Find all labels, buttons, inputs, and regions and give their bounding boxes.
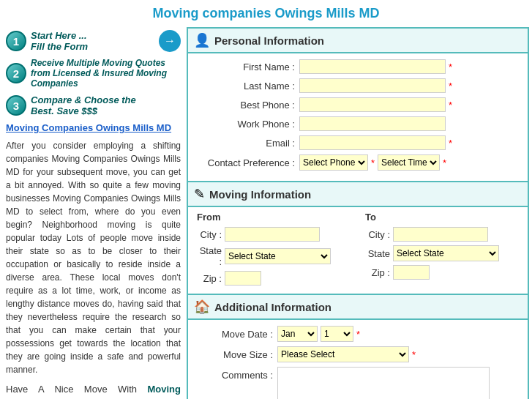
page-title: Moving companies Owings Mills MD	[0, 0, 532, 26]
to-column: To City : State Select State ALAKAZAR CA…	[365, 212, 519, 289]
from-zip-row: Zip :	[197, 271, 351, 286]
from-city-input[interactable]	[225, 227, 320, 242]
additional-form-body: Move Date : JanFebMarApr MayJunJulAug Se…	[188, 320, 528, 399]
personal-form-body: First Name : * Last Name : * Best Phone …	[188, 53, 528, 181]
contact-pref-row: Contact Preference : Select Phone Home P…	[197, 154, 519, 171]
additional-info-section: 🏠 Additional Information Move Date : Jan…	[188, 294, 528, 399]
contact-pref-selects: Select Phone Home Phone Work Phone Cell …	[299, 154, 446, 171]
sidebar-main-link[interactable]: Moving Companies Owings Mills MD	[6, 122, 181, 133]
select-time-dropdown[interactable]: Select Time Morning Afternoon Evening	[378, 154, 440, 171]
additional-icon: 🏠	[194, 299, 210, 315]
step-3-item: 3 Compare & Choose the Best. Save $$$	[6, 94, 181, 116]
contact-pref-label: Contact Preference :	[197, 157, 299, 168]
last-name-row: Last Name : *	[197, 78, 519, 93]
move-size-dropdown[interactable]: Please Select Studio 1 Bedroom 2 Bedroom…	[277, 346, 409, 362]
best-phone-required: *	[449, 100, 452, 111]
to-title: To	[365, 212, 519, 223]
to-city-row: City :	[365, 227, 519, 242]
additional-title: Additional Information	[214, 301, 331, 313]
to-state-dropdown[interactable]: Select State ALAKAZAR CACOCTDE FLGAHIID …	[393, 245, 499, 261]
last-name-input[interactable]	[299, 78, 446, 93]
step-1-text: Start Here ... Fill the Form	[26, 30, 159, 52]
time-required: *	[443, 157, 446, 168]
to-zip-row: Zip :	[365, 265, 519, 280]
phone-required: *	[371, 157, 375, 168]
move-size-label: Move Size :	[197, 349, 277, 360]
personal-icon: 👤	[194, 32, 210, 48]
personal-title: Personal Information	[214, 34, 324, 47]
moving-title: Moving Information	[209, 188, 311, 201]
work-phone-input[interactable]	[299, 116, 446, 131]
move-date-label: Move Date :	[197, 329, 277, 340]
move-size-required: *	[412, 349, 416, 360]
step-1-number: 1	[6, 31, 26, 51]
move-day-dropdown[interactable]: 12345 678910 1112131415 1617181920 21222…	[321, 326, 353, 342]
step-2-item: 2 Receive Multiple Moving Quotes from Li…	[6, 58, 181, 89]
moving-info-section: ✎ Moving Information From City : State :…	[188, 181, 528, 294]
additional-info-header: 🏠 Additional Information	[188, 295, 528, 320]
email-required: *	[449, 138, 452, 149]
from-column: From City : State : Select State ALAKAZA…	[197, 212, 351, 289]
sidebar: 1 Start Here ... Fill the Form → 2 Recei…	[0, 26, 187, 399]
from-city-row: City :	[197, 227, 351, 242]
step-3-number: 3	[6, 95, 26, 116]
step-1-arrow: →	[159, 30, 181, 52]
moving-info-header: ✎ Moving Information	[188, 182, 528, 207]
email-label: Email :	[197, 138, 299, 149]
comments-label: Comments :	[197, 367, 277, 381]
step-1-item: 1 Start Here ... Fill the Form →	[6, 30, 181, 52]
step-2-text: Receive Multiple Moving Quotes from Lice…	[26, 58, 181, 89]
email-input[interactable]	[299, 135, 446, 150]
first-name-required: *	[449, 61, 452, 72]
work-phone-row: Work Phone :	[197, 116, 519, 131]
best-phone-input[interactable]	[299, 97, 446, 112]
step-2-number: 2	[6, 63, 26, 83]
best-phone-label: Best Phone :	[197, 100, 299, 111]
to-city-label: City :	[365, 229, 393, 240]
last-name-required: *	[449, 81, 452, 92]
to-state-row: State Select State ALAKAZAR CACOCTDE FLG…	[365, 245, 519, 261]
comments-row: Comments :	[197, 367, 519, 399]
sidebar-body-2: Have A Nice Move With Moving Companies O…	[6, 382, 181, 399]
form-panel: 👤 Personal Information First Name : * La…	[187, 27, 529, 399]
to-state-label: State	[365, 248, 393, 259]
comments-textarea[interactable]	[277, 367, 490, 399]
moving-columns: From City : State : Select State ALAKAZA…	[188, 207, 528, 294]
email-row: Email : *	[197, 135, 519, 150]
first-name-row: First Name : *	[197, 59, 519, 74]
from-city-label: City :	[197, 229, 225, 240]
to-zip-label: Zip :	[365, 267, 393, 278]
moving-icon: ✎	[194, 186, 205, 202]
from-state-dropdown[interactable]: Select State ALAKAZAR CACOCTDE FLGAHIID …	[225, 248, 331, 264]
move-month-dropdown[interactable]: JanFebMarApr MayJunJulAug SepOctNovDec	[277, 326, 318, 342]
move-size-row: Move Size : Please Select Studio 1 Bedro…	[197, 346, 519, 362]
from-title: From	[197, 212, 351, 223]
from-zip-input[interactable]	[225, 271, 261, 286]
select-phone-dropdown[interactable]: Select Phone Home Phone Work Phone Cell …	[299, 154, 368, 171]
personal-info-header: 👤 Personal Information	[188, 29, 528, 53]
first-name-label: First Name :	[197, 61, 299, 72]
step-3-text: Compare & Choose the Best. Save $$$	[26, 94, 181, 116]
last-name-label: Last Name :	[197, 81, 299, 92]
first-name-input[interactable]	[299, 59, 446, 74]
move-date-required: *	[356, 329, 360, 340]
to-city-input[interactable]	[393, 227, 488, 242]
from-state-row: State : Select State ALAKAZAR CACOCTDE F…	[197, 245, 351, 267]
from-zip-label: Zip :	[197, 273, 225, 284]
best-phone-row: Best Phone : *	[197, 97, 519, 112]
from-state-label: State :	[197, 245, 225, 267]
work-phone-label: Work Phone :	[197, 119, 299, 130]
to-zip-input[interactable]	[393, 265, 430, 280]
move-date-row: Move Date : JanFebMarApr MayJunJulAug Se…	[197, 326, 519, 342]
sidebar-body-1: After you consider employing a shifting …	[6, 139, 181, 376]
